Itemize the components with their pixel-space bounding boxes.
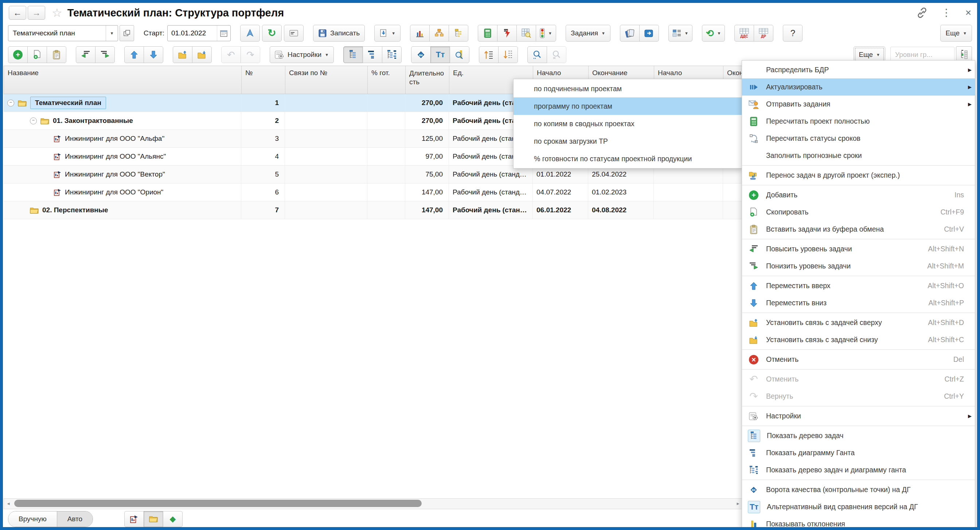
- save-button[interactable]: Записать: [313, 25, 365, 42]
- critical-path-button[interactable]: [240, 25, 260, 42]
- refresh-button[interactable]: ↻: [262, 25, 282, 42]
- column-header-links[interactable]: Связи по №: [285, 66, 368, 94]
- column-header-pct[interactable]: % гот.: [368, 66, 406, 94]
- menu-item-move-up[interactable]: Переместить вверх Alt+Shift+O: [742, 277, 975, 294]
- auto-mode-button[interactable]: Авто: [57, 511, 92, 527]
- scroll-right-icon[interactable]: ▸: [733, 499, 742, 508]
- chart-button[interactable]: [410, 25, 430, 42]
- statuses-traffic-light-button[interactable]: ▼: [536, 25, 556, 42]
- sort-up-button[interactable]: [479, 46, 499, 63]
- resource-grid-button[interactable]: [516, 25, 536, 42]
- column-header-num[interactable]: №: [242, 66, 285, 94]
- close-icon[interactable]: ×: [966, 8, 971, 18]
- write-and-post-button[interactable]: ▼: [374, 25, 401, 42]
- form-panel-button[interactable]: [284, 25, 304, 42]
- collapse-icon[interactable]: −: [30, 117, 37, 125]
- menu-item-paste-tasks[interactable]: Вставить задачи из буфера обмена Ctrl+V: [742, 221, 975, 238]
- column-header-duration[interactable]: Длительность: [406, 66, 449, 94]
- wbs-hierarchy-button[interactable]: [449, 25, 468, 42]
- menu-item-actualize[interactable]: Актуализировать ▶: [742, 78, 975, 96]
- budget-calc-button[interactable]: [478, 25, 498, 42]
- menu-item-redo[interactable]: ↷ Вернуть Ctrl+Y: [742, 388, 975, 405]
- portfolio-case-button[interactable]: [639, 25, 659, 42]
- promote-task-button[interactable]: [76, 46, 95, 63]
- collapse-icon[interactable]: −: [7, 100, 14, 107]
- alt-version-compare-button[interactable]: Тт: [430, 46, 450, 63]
- favorite-star-icon[interactable]: ☆: [52, 6, 62, 20]
- documents-button[interactable]: [620, 25, 640, 42]
- menu-item-distribute-bdr[interactable]: Распределить БДР ▶: [742, 61, 975, 78]
- sort-down-button[interactable]: [498, 46, 518, 63]
- forward-button[interactable]: →: [28, 6, 45, 20]
- move-up-button[interactable]: [124, 46, 144, 63]
- open-plan-button[interactable]: [119, 25, 134, 41]
- reports-list-button[interactable]: ▼: [668, 25, 692, 42]
- menu-item-move-tasks-other-project[interactable]: Перенос задач в другой проект (экспер.): [742, 167, 975, 184]
- menu-item-quality-gates[interactable]: ВК Ворота качества (контрольные точки) н…: [742, 481, 975, 498]
- calendar-icon[interactable]: [217, 26, 230, 41]
- undo-button[interactable]: ↶: [221, 46, 241, 63]
- menu-item-link-task-below[interactable]: Установить связь с задачей снизу Alt+Shi…: [742, 331, 975, 348]
- menu-item-undo[interactable]: ↶ Отменить Ctrl+Z: [742, 370, 975, 388]
- cancel-search-button[interactable]: [547, 46, 566, 63]
- menu-item-demote-task[interactable]: Понизить уровень задачи Alt+Shift+M: [742, 257, 975, 275]
- menu-item-move-down[interactable]: Переместить вниз Alt+Shift+P: [742, 294, 975, 311]
- start-date-field[interactable]: 01.01.2022: [167, 25, 231, 41]
- menu-item-alt-version-compare[interactable]: Тт Альтернативный вид сравнения версий н…: [742, 498, 975, 516]
- menu-item-link-task-above[interactable]: Установить связь с задачей сверху Alt+Sh…: [742, 314, 975, 331]
- quality-gates-button[interactable]: ВК: [411, 46, 431, 63]
- back-button[interactable]: ←: [9, 6, 26, 20]
- link-icon[interactable]: [916, 7, 928, 18]
- horizontal-scrollbar[interactable]: ◂ ▸: [4, 498, 743, 509]
- search-button[interactable]: [527, 46, 547, 63]
- inspect-version-button[interactable]: [450, 46, 469, 63]
- menu-item-send-tasks[interactable]: Отправить задания ▶: [742, 96, 975, 113]
- show-groups-button[interactable]: [143, 511, 163, 527]
- org-structure-button[interactable]: [429, 25, 449, 42]
- dds-report-button[interactable]: ДДС: [734, 25, 754, 42]
- scrollbar-thumb[interactable]: [14, 500, 422, 507]
- table-row[interactable]: Инжиниринг для ООО "Орион" 6 147,00 Рабо…: [4, 184, 742, 201]
- menu-item-by-resource-load-dates[interactable]: по срокам загрузки ТР: [514, 132, 742, 150]
- update-data-button[interactable]: ⟲ ▼: [702, 25, 725, 42]
- manual-mode-button[interactable]: Вручную: [8, 511, 57, 527]
- redo-button[interactable]: ↷: [240, 46, 260, 63]
- tasks-button[interactable]: Задания ▼: [566, 25, 611, 42]
- view-gantt-button[interactable]: [363, 46, 382, 63]
- menu-item-cancel[interactable]: × Отменить Del: [742, 351, 975, 368]
- menu-item-show-tree-and-gantt[interactable]: Показать дерево задач и диаграмму ганта: [742, 461, 975, 479]
- conflicts-button[interactable]: [497, 25, 517, 42]
- show-projects-button[interactable]: [124, 511, 144, 527]
- menu-item-copy[interactable]: Скопировать Ctrl+F9: [742, 204, 975, 221]
- menu-item-promote-task[interactable]: Повысить уровень задачи Alt+Shift+N: [742, 240, 975, 257]
- menu-item-pct-ready-by-statuses[interactable]: % готовности по статусам проектной проду…: [514, 150, 742, 168]
- plan-combobox[interactable]: Тематический план ▼: [8, 25, 118, 41]
- dr-report-button[interactable]: ДР: [754, 25, 773, 42]
- link-task-above-button[interactable]: [173, 46, 192, 63]
- paste-tasks-button[interactable]: [47, 46, 66, 63]
- menu-item-by-copies-in-summary-projects[interactable]: по копиям в сводных проектах: [514, 115, 742, 132]
- link-task-below-button[interactable]: [192, 46, 212, 63]
- column-header-name[interactable]: Название: [4, 66, 242, 94]
- help-button[interactable]: ?: [783, 25, 802, 42]
- menu-item-show-deviations[interactable]: Показывать отклонения: [742, 516, 975, 527]
- move-down-button[interactable]: [143, 46, 163, 63]
- chevron-down-icon[interactable]: ▼: [106, 26, 118, 41]
- menu-item-by-subordinate-projects[interactable]: по подчиненным проектам: [514, 80, 742, 97]
- settings-button[interactable]: Настройки ▼: [270, 46, 334, 63]
- menu-item-settings[interactable]: Настройки ▶: [742, 407, 975, 425]
- demote-task-button[interactable]: [95, 46, 115, 63]
- more-button-toolbar1[interactable]: Еще ▼: [940, 25, 972, 42]
- menu-item-add[interactable]: + Добавить Ins: [742, 187, 975, 204]
- add-row-button[interactable]: +: [8, 46, 28, 63]
- copy-row-button[interactable]: [27, 46, 47, 63]
- view-tree-button[interactable]: [343, 46, 363, 63]
- table-row[interactable]: 02. Перспективные 7 147,00 Рабочий день …: [4, 201, 742, 219]
- menu-item-show-task-tree[interactable]: Показать дерево задач: [742, 427, 975, 444]
- scroll-left-icon[interactable]: ◂: [4, 499, 13, 508]
- menu-item-recalc-statuses[interactable]: Пересчитать статусы сроков: [742, 130, 975, 147]
- menu-item-recalc-project[interactable]: Пересчитать проект полностью: [742, 113, 975, 130]
- kebab-menu-icon[interactable]: ⋮: [941, 8, 951, 18]
- menu-item-fill-forecast-dates[interactable]: Заполнить прогнозные сроки: [742, 147, 975, 164]
- view-tree-and-gantt-button[interactable]: [382, 46, 402, 63]
